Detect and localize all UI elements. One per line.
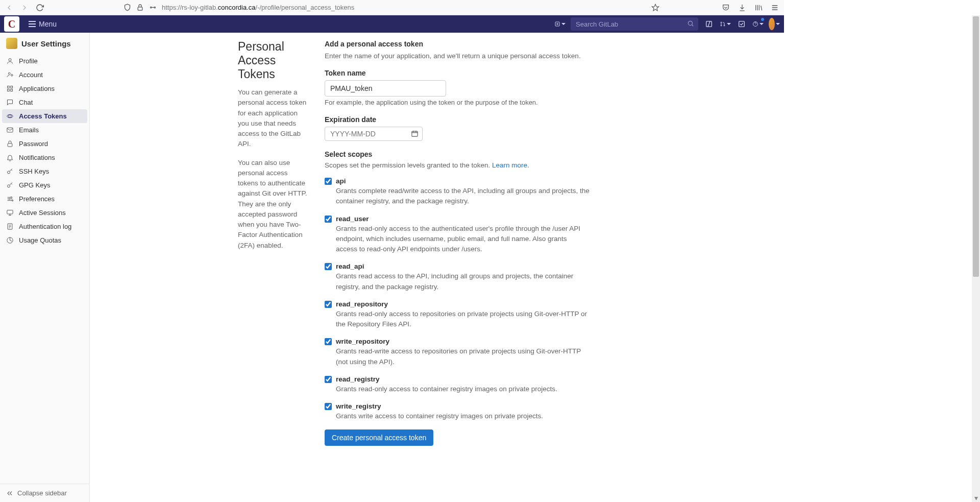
search-input[interactable] [571,17,698,31]
browser-toolbar: https://rs-loy-gitlab.concordia.ca/-/pro… [0,0,784,15]
profile-icon [6,57,14,65]
sidebar-item-label: Applications [19,85,55,92]
back-button[interactable] [5,4,13,12]
scope-description: Grants write access to container registr… [336,411,590,421]
svg-rect-9 [739,21,745,27]
sidebar-item-emails[interactable]: Emails [0,123,89,137]
sessions-icon [6,209,14,217]
url-bar[interactable]: https://rs-loy-gitlab.concordia.ca/-/pro… [162,4,354,11]
svg-point-1 [151,7,152,8]
scope-checkbox-write_repository[interactable] [325,338,332,345]
scope-name: api [336,177,346,185]
svg-rect-20 [7,128,13,132]
downloads-icon[interactable] [738,4,746,12]
svg-point-11 [9,59,11,61]
svg-rect-0 [138,7,142,10]
svg-point-24 [11,197,12,198]
scope-checkbox-read_registry[interactable] [325,376,332,383]
scope-name: write_repository [336,338,389,345]
sidebar-item-usage-quotas[interactable]: Usage Quotas [0,233,89,247]
permissions-icon[interactable] [149,4,157,11]
sidebar-title[interactable]: User Settings [0,33,89,54]
library-icon[interactable] [754,4,763,12]
user-menu[interactable] [769,18,780,30]
chevron-down-icon [760,23,764,25]
svg-rect-16 [8,89,10,91]
collapse-sidebar-button[interactable]: Collapse sidebar [0,484,89,502]
create-token-button[interactable]: Create personal access token [325,429,433,446]
sidebar-item-password[interactable]: Password [0,137,89,151]
sidebar-item-label: Profile [19,57,38,65]
svg-point-13 [11,75,13,76]
sidebar-item-chat[interactable]: Chat [0,95,89,109]
pocket-icon[interactable] [722,4,730,12]
lock-icon [136,4,144,11]
sidebar-item-gpg-keys[interactable]: GPG Keys [0,178,89,192]
sidebar-item-label: GPG Keys [19,181,50,189]
sidebar-item-preferences[interactable]: Preferences [0,192,89,206]
sidebar-item-active-sessions[interactable]: Active Sessions [0,206,89,220]
shield-icon[interactable] [124,4,131,11]
sidebar-item-notifications[interactable]: Notifications [0,151,89,164]
sidebar-item-label: Preferences [19,195,55,203]
scope-checkbox-read_user[interactable] [325,216,332,223]
token-icon [6,112,14,120]
scope-checkbox-write_registry[interactable] [325,403,332,410]
create-button[interactable] [554,18,566,30]
sidebar-item-profile[interactable]: Profile [0,54,89,68]
preferences-icon [6,195,14,203]
svg-point-22 [8,171,10,174]
main-content: Personal Access Tokens You can generate … [90,33,784,502]
menu-icon[interactable] [771,4,779,12]
sidebar-item-account[interactable]: Account [0,68,89,82]
hamburger-icon [29,21,36,27]
todos-button[interactable] [736,18,747,30]
svg-rect-17 [11,89,13,91]
gitlab-logo[interactable]: C [4,16,19,32]
svg-point-2 [154,7,156,8]
scope-checkbox-api[interactable] [325,178,332,185]
applications-icon [6,85,14,92]
issues-button[interactable] [703,18,715,30]
reload-button[interactable] [36,4,44,12]
expiration-input[interactable] [325,127,423,141]
scopes-intro: Scopes set the permission levels granted… [325,161,590,169]
scope-checkbox-read_api[interactable] [325,263,332,270]
sidebar-item-label: Notifications [19,154,55,161]
scope-name: read_user [336,215,369,223]
scope-name: write_registry [336,402,381,410]
search-icon [687,20,694,27]
form-intro: Enter the name of your application, and … [325,52,590,60]
menu-button[interactable]: Menu [24,18,61,30]
token-name-label: Token name [325,69,590,77]
sidebar-item-ssh-keys[interactable]: SSH Keys [0,164,89,178]
bell-icon [6,154,14,161]
avatar [6,38,17,49]
forward-button[interactable] [20,4,29,12]
merge-requests-button[interactable] [720,18,731,30]
scope-checkbox-read_repository[interactable] [325,301,332,308]
account-icon [6,71,14,79]
sidebar-item-authentication-log[interactable]: Authentication log [0,220,89,233]
help-button[interactable] [752,18,764,30]
calendar-icon[interactable] [411,130,419,137]
svg-point-19 [9,114,11,117]
quota-icon [6,236,14,244]
svg-point-25 [9,198,10,200]
scope-name: read_registry [336,375,380,383]
scope-description: Grants complete read/write access to the… [336,186,590,207]
bookmark-star-icon[interactable] [651,4,659,12]
learn-more-link[interactable]: Learn more. [492,161,529,169]
svg-rect-21 [8,144,12,147]
sidebar-item-access-tokens[interactable]: Access Tokens [2,109,87,123]
sidebar-item-applications[interactable]: Applications [0,82,89,95]
svg-point-12 [8,73,10,75]
svg-rect-14 [8,86,10,88]
key-icon [6,181,14,189]
token-name-input[interactable] [325,80,446,97]
key-icon [6,168,14,175]
scope-name: read_api [336,262,364,270]
chevron-down-icon [776,23,780,25]
notification-dot-icon [761,17,765,21]
scope-description: Grants read access to the API, including… [336,271,590,292]
